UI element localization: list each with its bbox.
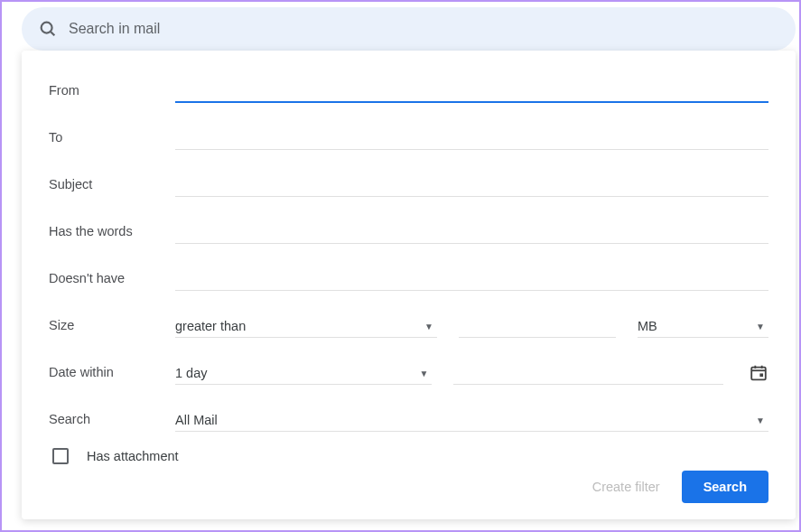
- caret-down-icon: ▼: [756, 322, 765, 331]
- svg-point-0: [42, 23, 52, 33]
- input-doesnt-have[interactable]: [175, 266, 768, 291]
- caret-down-icon: ▼: [419, 369, 428, 378]
- create-filter-button[interactable]: Create filter: [592, 480, 660, 494]
- search-button[interactable]: Search: [682, 471, 768, 503]
- search-placeholder: Search in mail: [69, 21, 160, 37]
- svg-rect-2: [751, 368, 766, 380]
- row-to: To: [49, 119, 768, 150]
- input-subject[interactable]: [175, 173, 768, 197]
- label-has-words: Has the words: [49, 224, 175, 244]
- input-date-value[interactable]: [453, 360, 723, 385]
- row-search-in: Search All Mail ▼: [49, 401, 768, 432]
- select-search-in[interactable]: All Mail ▼: [175, 407, 768, 432]
- size-unit-value: MB: [638, 319, 657, 333]
- select-size-comparator[interactable]: greater than ▼: [175, 313, 437, 338]
- date-range-value: 1 day: [175, 366, 207, 380]
- row-date: Date within 1 day ▼: [49, 354, 768, 385]
- label-from: From: [49, 83, 175, 103]
- label-search-in: Search: [49, 412, 175, 432]
- panel-footer: Create filter Search: [592, 471, 768, 503]
- search-bar[interactable]: Search in mail: [22, 7, 796, 51]
- row-from: From: [49, 72, 768, 103]
- input-has-words[interactable]: [175, 219, 768, 244]
- search-in-value: All Mail: [175, 413, 218, 427]
- input-from[interactable]: [175, 78, 768, 103]
- calendar-icon[interactable]: [749, 363, 768, 383]
- caret-down-icon: ▼: [756, 415, 765, 425]
- search-icon: [38, 19, 58, 39]
- checkbox-has-attachment[interactable]: [52, 448, 69, 464]
- row-doesnt-have: Doesn't have: [49, 260, 768, 291]
- label-to: To: [49, 130, 175, 150]
- label-size: Size: [49, 318, 175, 338]
- row-subject: Subject: [49, 166, 768, 197]
- select-size-unit[interactable]: MB ▼: [638, 313, 768, 338]
- advanced-search-panel: From To Subject Has the words Doesn't ha…: [22, 51, 796, 519]
- input-to[interactable]: [175, 126, 768, 150]
- label-date: Date within: [49, 365, 175, 385]
- svg-rect-4: [759, 373, 763, 377]
- caret-down-icon: ▼: [424, 322, 433, 331]
- svg-line-1: [51, 32, 54, 35]
- row-has-words: Has the words: [49, 213, 768, 244]
- size-comparator-value: greater than: [175, 319, 246, 333]
- row-size: Size greater than ▼ MB ▼: [49, 307, 768, 338]
- input-size-amount[interactable]: [459, 313, 616, 338]
- label-subject: Subject: [49, 177, 175, 197]
- row-attachment: Has attachment: [49, 448, 768, 464]
- label-doesnt-have: Doesn't have: [49, 271, 175, 291]
- select-date-range[interactable]: 1 day ▼: [175, 360, 432, 385]
- label-has-attachment: Has attachment: [87, 449, 179, 463]
